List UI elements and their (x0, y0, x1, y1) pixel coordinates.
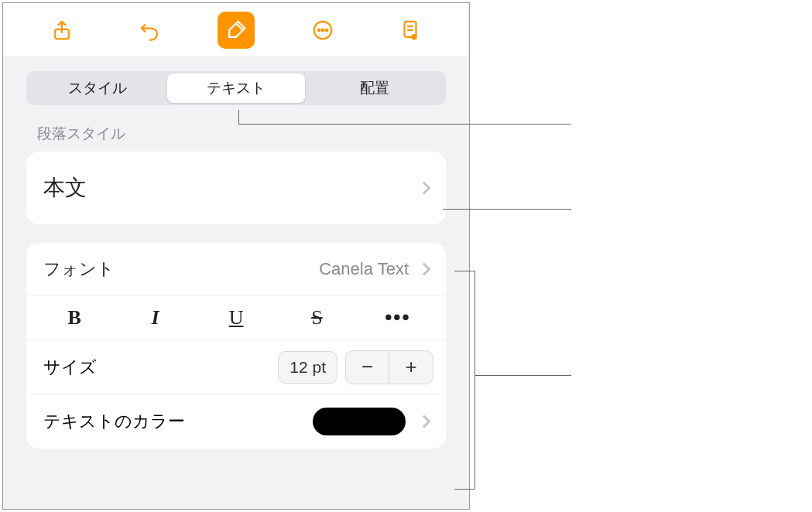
more-button[interactable] (304, 12, 341, 49)
tab-text[interactable]: テキスト (167, 73, 306, 103)
panel-body: スタイル テキスト 配置 段落スタイル 本文 フォント Canela Text … (3, 57, 469, 509)
brush-icon (224, 19, 248, 42)
leader-line (238, 124, 571, 125)
font-size-row: サイズ 12 pt − + (26, 340, 446, 394)
document-settings-button[interactable] (392, 12, 429, 49)
tab-style[interactable]: スタイル (29, 73, 167, 103)
plus-icon: + (405, 355, 416, 379)
paragraph-style-label: 段落スタイル (37, 124, 441, 144)
text-color-label: テキストのカラー (43, 410, 313, 433)
top-toolbar (3, 3, 469, 57)
font-card: フォント Canela Text B I U S ••• サイズ 12 pt −… (26, 243, 446, 449)
svg-point-8 (411, 34, 417, 40)
format-brush-button[interactable] (218, 12, 255, 49)
strikethrough-button[interactable]: S (276, 295, 357, 340)
ellipsis-icon: ••• (385, 305, 410, 329)
size-increment-button[interactable]: + (389, 351, 433, 384)
size-value[interactable]: 12 pt (278, 351, 337, 384)
text-color-row[interactable]: テキストのカラー (26, 394, 446, 449)
undo-button[interactable] (131, 12, 168, 49)
undo-icon (138, 19, 161, 42)
font-row[interactable]: フォント Canela Text (26, 243, 446, 295)
format-panel: スタイル テキスト 配置 段落スタイル 本文 フォント Canela Text … (2, 2, 470, 510)
paragraph-style-selector[interactable]: 本文 (26, 152, 446, 224)
size-stepper: − + (345, 350, 433, 384)
leader-line (238, 110, 239, 124)
chevron-right-icon (418, 262, 431, 275)
svg-point-3 (322, 29, 324, 31)
leader-line (454, 271, 475, 271)
size-decrement-button[interactable]: − (346, 351, 389, 384)
paragraph-style-card: 本文 (26, 152, 446, 224)
bold-button[interactable]: B (34, 295, 115, 340)
leader-line (475, 375, 571, 376)
font-label: フォント (43, 258, 319, 281)
more-icon (311, 19, 334, 42)
underline-button[interactable]: U (196, 295, 276, 340)
color-swatch (313, 408, 406, 435)
share-button[interactable] (43, 12, 81, 49)
tab-label: 配置 (360, 78, 389, 98)
italic-button[interactable]: I (115, 295, 195, 340)
tab-arrange[interactable]: 配置 (305, 73, 444, 103)
format-tabs: スタイル テキスト 配置 (26, 71, 446, 105)
font-value: Canela Text (319, 259, 409, 279)
bold-icon: B (68, 306, 81, 329)
text-style-row: B I U S ••• (26, 295, 446, 340)
italic-icon: I (152, 306, 159, 329)
tab-label: スタイル (68, 78, 127, 98)
svg-point-4 (326, 29, 328, 31)
size-label: サイズ (43, 356, 278, 379)
leader-line (454, 489, 475, 490)
tab-label: テキスト (207, 78, 266, 98)
leader-line (443, 209, 571, 210)
chevron-right-icon (418, 415, 431, 428)
leader-line (475, 271, 475, 489)
paragraph-style-value: 本文 (43, 173, 415, 203)
minus-icon: − (361, 355, 373, 379)
svg-point-2 (318, 29, 320, 31)
chevron-right-icon (418, 182, 431, 195)
text-style-more-button[interactable]: ••• (358, 295, 438, 340)
strikethrough-icon: S (311, 306, 322, 329)
share-icon (50, 19, 74, 42)
doc-icon (399, 19, 422, 42)
underline-icon: U (229, 306, 244, 329)
